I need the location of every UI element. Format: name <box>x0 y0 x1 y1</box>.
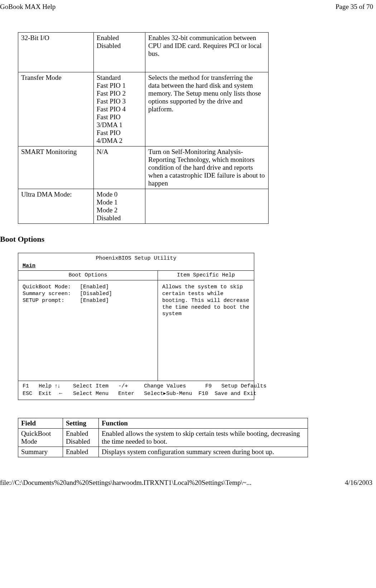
arrow-left-icon: ← <box>58 390 63 396</box>
setting-cell: Standard Fast PIO 1 Fast PIO 2 Fast PIO … <box>93 72 145 146</box>
bios-left-header: Boot Options <box>18 271 158 280</box>
bios-setting-label: QuickBoot Mode: <box>23 284 80 291</box>
bios-setting-value: [Enabled] <box>80 284 109 291</box>
table-row: 32-Bit I/O Enabled Disabled Enables 32-b… <box>18 33 269 72</box>
bios-footer: F1 Help ↑↓ Select Item -/+ Change Values… <box>18 381 254 400</box>
settings-table-2: Field Setting Function QuickBoot Mode En… <box>18 418 308 457</box>
bios-setting-value: [Enabled] <box>80 298 109 304</box>
file-path: file://C:\Documents%20and%20Settings\har… <box>0 479 251 487</box>
function-cell: Turn on Self-Monitoring Analysis-Reporti… <box>145 146 269 189</box>
function-cell: Enabled allows the system to skip certai… <box>99 428 308 447</box>
header-function: Function <box>99 418 308 428</box>
field-cell: 32-Bit I/O <box>18 33 94 72</box>
bios-screenshot: PhoenixBIOS Setup Utility Main Boot Opti… <box>18 253 254 400</box>
bios-setting-value: [Disabled] <box>80 291 112 298</box>
content: 32-Bit I/O Enabled Disabled Enables 32-b… <box>0 32 376 457</box>
bios-setting-label: SETUP prompt: <box>23 298 80 304</box>
header-setting: Setting <box>63 418 99 428</box>
bios-left-body: QuickBoot Mode: [Enabled] Summary screen… <box>18 280 158 381</box>
footer-date: 4/16/2003 <box>345 479 372 487</box>
table-header-row: Field Setting Function <box>18 418 308 428</box>
bios-body: QuickBoot Mode: [Enabled] Summary screen… <box>18 280 254 381</box>
function-cell <box>145 189 269 224</box>
field-cell: QuickBoot Mode <box>18 428 63 447</box>
function-cell: Selects the method for transferring the … <box>145 72 269 146</box>
table-row: QuickBoot Mode Enabled Disabled Enabled … <box>18 428 308 447</box>
page-number: Page 35 of 70 <box>336 3 373 11</box>
field-cell: Ultra DMA Mode: <box>18 189 94 224</box>
bios-setting: SETUP prompt: [Enabled] <box>23 298 153 304</box>
table-row: Ultra DMA Mode: Mode 0 Mode 1 Mode 2 Dis… <box>18 189 269 224</box>
bios-main-tab: Main <box>18 263 254 270</box>
setting-cell: Mode 0 Mode 1 Mode 2 Disabled <box>93 189 145 224</box>
setting-cell: N/A <box>93 146 145 189</box>
settings-table-1: 32-Bit I/O Enabled Disabled Enables 32-b… <box>18 32 269 224</box>
function-cell: Enables 32-bit communication between CPU… <box>145 33 269 72</box>
function-cell: Displays system configuration summary sc… <box>99 447 308 457</box>
setting-cell: Enabled <box>63 447 99 457</box>
setting-cell: Enabled Disabled <box>63 428 99 447</box>
arrow-up-down-icon: ↑↓ <box>55 382 60 389</box>
bios-title: PhoenixBIOS Setup Utility <box>18 253 254 263</box>
arrow-right-icon: ▸ <box>163 390 166 396</box>
bios-setting: Summary screen: [Disabled] <box>23 291 153 298</box>
bios-right-header: Item Specific Help <box>158 271 254 280</box>
field-cell: SMART Monitoring <box>18 146 94 189</box>
table-row: SMART Monitoring N/A Turn on Self-Monito… <box>18 146 269 189</box>
page-header: GoBook MAX Help Page 35 of 70 <box>0 0 376 11</box>
table-row: Transfer Mode Standard Fast PIO 1 Fast P… <box>18 72 269 146</box>
field-cell: Summary <box>18 447 63 457</box>
table-row: Summary Enabled Displays system configur… <box>18 447 308 457</box>
section-heading: Boot Options <box>0 235 358 244</box>
bios-help-text: Allows the system to skip certain tests … <box>158 280 254 381</box>
field-cell: Transfer Mode <box>18 72 94 146</box>
doc-title: GoBook MAX Help <box>0 3 56 11</box>
page-footer: file://C:\Documents%20and%20Settings\har… <box>0 457 376 490</box>
bios-setting-label: Summary screen: <box>23 291 80 298</box>
bios-setting: QuickBoot Mode: [Enabled] <box>23 284 153 291</box>
bios-header-row: Boot Options Item Specific Help <box>18 271 254 280</box>
setting-cell: Enabled Disabled <box>93 33 145 72</box>
header-field: Field <box>18 418 63 428</box>
